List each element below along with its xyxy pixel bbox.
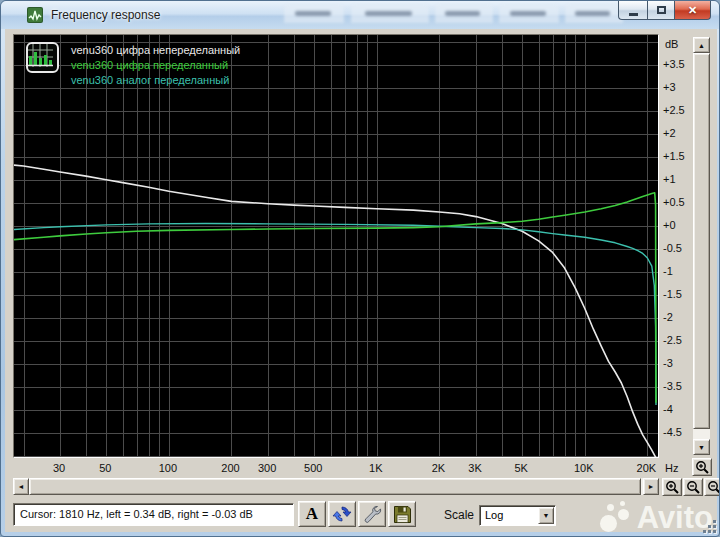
chevron-down-icon: ▼ — [543, 512, 550, 519]
x-tick-label: 10K — [574, 462, 594, 474]
x-tick-label: 30 — [53, 462, 65, 474]
scroll-right-button[interactable]: ► — [643, 478, 659, 495]
y-tick-label: +0 — [663, 219, 676, 231]
x-tick-label: 20K — [637, 462, 657, 474]
scroll-up-button[interactable]: ▲ — [693, 37, 710, 53]
x-tick-label: 2K — [432, 462, 445, 474]
scale-label: Scale — [444, 508, 474, 522]
background-window-tab — [351, 5, 429, 23]
horizontal-scrollbar[interactable]: ◄ ► — [13, 478, 659, 495]
save-button[interactable] — [388, 501, 416, 527]
y-tick-label: +3 — [663, 81, 676, 93]
x-tick-label: 3K — [468, 462, 481, 474]
maximize-button[interactable] — [647, 1, 675, 20]
y-tick-label: +2 — [663, 127, 676, 139]
app-waveform-icon — [27, 7, 43, 23]
background-window-tab — [499, 5, 559, 23]
floppy-disk-icon — [393, 505, 412, 524]
y-tick-label: -2.5 — [663, 334, 682, 346]
magnifier-minus-icon — [686, 480, 700, 494]
legend-item[interactable]: venu360 цифра переделанный — [71, 58, 240, 73]
x-tick-label: 50 — [99, 462, 111, 474]
zoom-in-y-button[interactable] — [692, 458, 712, 476]
vertical-scrollbar[interactable]: ▲ ▼ — [693, 37, 710, 455]
minimize-icon — [629, 13, 638, 16]
y-tick-label: +1 — [663, 173, 676, 185]
zoom-out-x-button[interactable] — [683, 478, 703, 496]
x-tick-label: 200 — [221, 462, 239, 474]
combo-dropdown-button[interactable]: ▼ — [538, 507, 554, 524]
magnifier-plus-icon — [695, 460, 709, 474]
mini-spectrum-icon — [26, 42, 55, 69]
spectrum-mode-button[interactable] — [26, 42, 59, 73]
minimize-button[interactable] — [618, 1, 647, 20]
zoom-reset-button[interactable] — [704, 478, 720, 496]
client-area: venu360 цифра непеределанныйvenu360 цифр… — [5, 29, 717, 532]
magnifier-minus-icon — [707, 480, 720, 494]
background-window-tab — [435, 5, 493, 23]
y-tick-label: -0.5 — [663, 242, 682, 254]
x-tick-label: 1K — [369, 462, 382, 474]
window-title: Frequency response — [51, 8, 160, 22]
y-tick-label: +3.5 — [663, 58, 685, 70]
legend: venu360 цифра непеределанныйvenu360 цифр… — [26, 42, 240, 88]
y-tick-label: -1.5 — [663, 288, 682, 300]
zoom-in-x-button[interactable] — [662, 478, 682, 496]
cursor-readout: Cursor: 1810 Hz, left = 0.34 dB, right =… — [13, 503, 294, 526]
y-axis-labels: +3.5+3+2.5+2+1.5+1+0.5+0-0.5-1-1.5-2-2.5… — [663, 29, 693, 461]
scroll-left-button[interactable]: ◄ — [13, 478, 29, 495]
scale-value: Log — [485, 509, 503, 521]
scroll-down-button[interactable]: ▼ — [693, 439, 710, 455]
curve — [14, 224, 656, 406]
legend-item[interactable]: venu360 цифра непеределанный — [71, 43, 240, 58]
y-tick-label: -3.5 — [663, 380, 682, 392]
maximize-icon — [657, 6, 666, 14]
frequency-response-window: Frequency response ✕ — [0, 0, 720, 537]
background-window-tab — [565, 5, 623, 23]
y-tick-label: +0.5 — [663, 196, 685, 208]
legend-item[interactable]: venu360 аналог переделанный — [71, 73, 240, 88]
close-icon: ✕ — [688, 4, 697, 17]
y-tick-label: -3 — [663, 357, 673, 369]
curve — [14, 165, 656, 457]
y-tick-label: -2 — [663, 311, 673, 323]
horizontal-scrollbar-thumb[interactable] — [29, 478, 641, 495]
x-tick-label: 100 — [159, 462, 177, 474]
x-tick-label: 500 — [304, 462, 322, 474]
wrench-icon — [362, 504, 382, 524]
x-axis-labels: 30501002003005001K2K3K5K10K20K — [5, 459, 665, 477]
refresh-button[interactable] — [328, 501, 356, 527]
y-tick-label: -1 — [663, 265, 673, 277]
font-a-icon: A — [306, 504, 318, 524]
font-button[interactable]: A — [298, 501, 326, 527]
x-tick-label: 300 — [258, 462, 276, 474]
y-tick-label: -4 — [663, 403, 673, 415]
refresh-arrows-icon — [332, 504, 352, 524]
magnifier-plus-icon — [665, 480, 679, 494]
close-button[interactable]: ✕ — [675, 1, 711, 20]
background-window-tab — [284, 5, 344, 23]
x-tick-label: 5K — [514, 462, 527, 474]
frequency-response-chart — [14, 35, 658, 457]
scale-combobox[interactable]: Log ▼ — [479, 505, 556, 526]
resize-grip[interactable] — [702, 519, 716, 533]
title-bar[interactable]: Frequency response ✕ — [1, 1, 719, 29]
x-axis-unit: Hz — [665, 462, 678, 474]
y-tick-label: -4.5 — [663, 426, 682, 438]
y-tick-label: +1.5 — [663, 150, 685, 162]
plot-area[interactable]: venu360 цифра непеределанныйvenu360 цифр… — [13, 34, 659, 458]
vertical-scrollbar-thumb[interactable] — [693, 53, 710, 429]
y-tick-label: +2.5 — [663, 104, 685, 116]
settings-button[interactable] — [358, 501, 386, 527]
